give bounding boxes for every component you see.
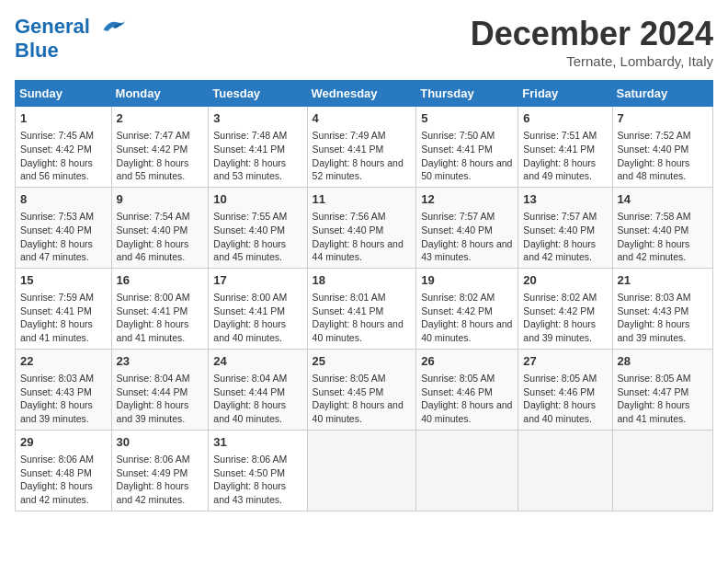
day-number: 28 xyxy=(618,353,708,370)
sunrise-text: Sunrise: 8:04 AMSunset: 4:44 PMDaylight:… xyxy=(213,373,287,424)
day-cell-5: 5Sunrise: 7:50 AMSunset: 4:41 PMDaylight… xyxy=(416,107,518,188)
col-thursday: Thursday xyxy=(416,81,518,107)
day-number: 27 xyxy=(523,353,607,370)
day-cell-11: 11Sunrise: 7:56 AMSunset: 4:40 PMDayligh… xyxy=(307,187,416,268)
empty-cell xyxy=(307,430,416,511)
sunrise-text: Sunrise: 8:05 AMSunset: 4:45 PMDaylight:… xyxy=(313,373,404,424)
sunrise-text: Sunrise: 7:51 AMSunset: 4:41 PMDaylight:… xyxy=(523,130,597,181)
calendar-week-1: 1Sunrise: 7:45 AMSunset: 4:42 PMDaylight… xyxy=(16,107,713,188)
day-number: 3 xyxy=(213,110,301,127)
day-cell-23: 23Sunrise: 8:04 AMSunset: 4:44 PMDayligh… xyxy=(111,349,209,430)
day-number: 26 xyxy=(421,353,513,370)
calendar-week-5: 29Sunrise: 8:06 AMSunset: 4:48 PMDayligh… xyxy=(16,430,713,511)
sunrise-text: Sunrise: 7:54 AMSunset: 4:40 PMDaylight:… xyxy=(117,211,190,262)
sunrise-text: Sunrise: 8:00 AMSunset: 4:41 PMDaylight:… xyxy=(213,292,287,343)
day-number: 17 xyxy=(213,272,301,289)
day-cell-18: 18Sunrise: 8:01 AMSunset: 4:41 PMDayligh… xyxy=(307,268,416,349)
day-number: 7 xyxy=(618,110,708,127)
day-cell-28: 28Sunrise: 8:05 AMSunset: 4:47 PMDayligh… xyxy=(612,349,712,430)
location-subtitle: Ternate, Lombardy, Italy xyxy=(471,53,713,69)
day-number: 20 xyxy=(523,272,607,289)
calendar-table: Sunday Monday Tuesday Wednesday Thursday… xyxy=(15,80,713,511)
day-number: 4 xyxy=(313,110,412,127)
day-cell-30: 30Sunrise: 8:06 AMSunset: 4:49 PMDayligh… xyxy=(111,430,209,511)
sunrise-text: Sunrise: 8:02 AMSunset: 4:42 PMDaylight:… xyxy=(421,292,512,343)
sunrise-text: Sunrise: 7:57 AMSunset: 4:40 PMDaylight:… xyxy=(523,211,597,262)
sunrise-text: Sunrise: 8:00 AMSunset: 4:41 PMDaylight:… xyxy=(117,292,190,343)
sunrise-text: Sunrise: 7:58 AMSunset: 4:40 PMDaylight:… xyxy=(618,211,691,262)
empty-cell xyxy=(416,430,518,511)
day-cell-22: 22Sunrise: 8:03 AMSunset: 4:43 PMDayligh… xyxy=(16,349,112,430)
sunrise-text: Sunrise: 8:03 AMSunset: 4:43 PMDaylight:… xyxy=(20,373,94,424)
day-number: 9 xyxy=(117,191,204,208)
sunrise-text: Sunrise: 8:01 AMSunset: 4:41 PMDaylight:… xyxy=(313,292,404,343)
day-cell-13: 13Sunrise: 7:57 AMSunset: 4:40 PMDayligh… xyxy=(518,187,612,268)
month-title: December 2024 xyxy=(471,15,713,53)
day-cell-15: 15Sunrise: 7:59 AMSunset: 4:41 PMDayligh… xyxy=(16,268,112,349)
day-number: 29 xyxy=(20,434,107,451)
sunrise-text: Sunrise: 8:05 AMSunset: 4:46 PMDaylight:… xyxy=(523,373,597,424)
day-number: 8 xyxy=(20,191,107,208)
day-number: 25 xyxy=(313,353,412,370)
sunrise-text: Sunrise: 8:05 AMSunset: 4:46 PMDaylight:… xyxy=(421,373,512,424)
col-friday: Friday xyxy=(518,81,612,107)
day-cell-8: 8Sunrise: 7:53 AMSunset: 4:40 PMDaylight… xyxy=(16,187,112,268)
sunrise-text: Sunrise: 8:03 AMSunset: 4:43 PMDaylight:… xyxy=(618,292,691,343)
day-cell-19: 19Sunrise: 8:02 AMSunset: 4:42 PMDayligh… xyxy=(416,268,518,349)
logo-bird-icon xyxy=(97,15,127,40)
day-cell-4: 4Sunrise: 7:49 AMSunset: 4:41 PMDaylight… xyxy=(307,107,416,188)
col-saturday: Saturday xyxy=(612,81,712,107)
sunrise-text: Sunrise: 7:59 AMSunset: 4:41 PMDaylight:… xyxy=(20,292,94,343)
day-cell-17: 17Sunrise: 8:00 AMSunset: 4:41 PMDayligh… xyxy=(209,268,307,349)
sunrise-text: Sunrise: 7:53 AMSunset: 4:40 PMDaylight:… xyxy=(20,211,94,262)
day-number: 14 xyxy=(618,191,708,208)
day-cell-10: 10Sunrise: 7:55 AMSunset: 4:40 PMDayligh… xyxy=(209,187,307,268)
sunrise-text: Sunrise: 8:06 AMSunset: 4:50 PMDaylight:… xyxy=(213,454,287,505)
day-cell-2: 2Sunrise: 7:47 AMSunset: 4:42 PMDaylight… xyxy=(111,107,209,188)
day-cell-1: 1Sunrise: 7:45 AMSunset: 4:42 PMDaylight… xyxy=(16,107,112,188)
day-cell-3: 3Sunrise: 7:48 AMSunset: 4:41 PMDaylight… xyxy=(209,107,307,188)
day-cell-25: 25Sunrise: 8:05 AMSunset: 4:45 PMDayligh… xyxy=(307,349,416,430)
day-number: 10 xyxy=(213,191,301,208)
day-number: 5 xyxy=(421,110,513,127)
sunrise-text: Sunrise: 7:57 AMSunset: 4:40 PMDaylight:… xyxy=(421,211,512,262)
calendar-week-3: 15Sunrise: 7:59 AMSunset: 4:41 PMDayligh… xyxy=(16,268,713,349)
day-number: 12 xyxy=(421,191,513,208)
sunrise-text: Sunrise: 7:47 AMSunset: 4:42 PMDaylight:… xyxy=(117,130,190,181)
col-monday: Monday xyxy=(111,81,209,107)
empty-cell xyxy=(518,430,612,511)
day-number: 24 xyxy=(213,353,301,370)
day-number: 18 xyxy=(313,272,412,289)
col-wednesday: Wednesday xyxy=(307,81,416,107)
day-cell-26: 26Sunrise: 8:05 AMSunset: 4:46 PMDayligh… xyxy=(416,349,518,430)
day-number: 30 xyxy=(117,434,204,451)
sunrise-text: Sunrise: 8:06 AMSunset: 4:49 PMDaylight:… xyxy=(117,454,190,505)
day-number: 6 xyxy=(523,110,607,127)
day-number: 2 xyxy=(117,110,204,127)
sunrise-text: Sunrise: 7:45 AMSunset: 4:42 PMDaylight:… xyxy=(20,130,94,181)
title-section: December 2024 Ternate, Lombardy, Italy xyxy=(471,15,713,69)
day-cell-9: 9Sunrise: 7:54 AMSunset: 4:40 PMDaylight… xyxy=(111,187,209,268)
day-number: 21 xyxy=(618,272,708,289)
sunrise-text: Sunrise: 8:05 AMSunset: 4:47 PMDaylight:… xyxy=(618,373,691,424)
day-cell-21: 21Sunrise: 8:03 AMSunset: 4:43 PMDayligh… xyxy=(612,268,712,349)
sunrise-text: Sunrise: 7:49 AMSunset: 4:41 PMDaylight:… xyxy=(313,130,404,181)
logo: General Blue xyxy=(15,15,127,61)
day-cell-12: 12Sunrise: 7:57 AMSunset: 4:40 PMDayligh… xyxy=(416,187,518,268)
day-number: 1 xyxy=(20,110,107,127)
day-cell-6: 6Sunrise: 7:51 AMSunset: 4:41 PMDaylight… xyxy=(518,107,612,188)
day-number: 23 xyxy=(117,353,204,370)
day-cell-20: 20Sunrise: 8:02 AMSunset: 4:42 PMDayligh… xyxy=(518,268,612,349)
sunrise-text: Sunrise: 7:50 AMSunset: 4:41 PMDaylight:… xyxy=(421,130,512,181)
sunrise-text: Sunrise: 8:02 AMSunset: 4:42 PMDaylight:… xyxy=(523,292,597,343)
empty-cell xyxy=(612,430,712,511)
day-cell-27: 27Sunrise: 8:05 AMSunset: 4:46 PMDayligh… xyxy=(518,349,612,430)
day-number: 19 xyxy=(421,272,513,289)
sunrise-text: Sunrise: 7:56 AMSunset: 4:40 PMDaylight:… xyxy=(313,211,404,262)
day-cell-24: 24Sunrise: 8:04 AMSunset: 4:44 PMDayligh… xyxy=(209,349,307,430)
day-number: 31 xyxy=(213,434,301,451)
day-cell-7: 7Sunrise: 7:52 AMSunset: 4:40 PMDaylight… xyxy=(612,107,712,188)
sunrise-text: Sunrise: 7:55 AMSunset: 4:40 PMDaylight:… xyxy=(213,211,287,262)
day-number: 15 xyxy=(20,272,107,289)
logo-text: General xyxy=(15,15,127,40)
